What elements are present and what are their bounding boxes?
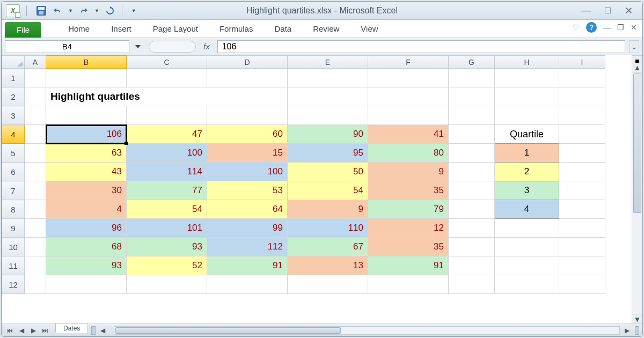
cell-F1[interactable] [368,69,449,87]
cell-A6[interactable] [25,163,46,181]
col-header-I[interactable]: I [559,56,605,69]
function-wizard-area[interactable] [149,41,196,53]
tab-insert[interactable]: Insert [100,21,142,38]
col-header-F[interactable]: F [368,56,449,69]
cell-H2[interactable] [495,87,559,106]
cell-A10[interactable] [25,238,46,256]
hscroll-right-button[interactable]: ▶ [622,326,632,335]
cell-I4[interactable] [559,125,605,144]
select-all-corner[interactable] [2,56,25,69]
split-handle-top[interactable]: ▄ [632,55,642,63]
cell-C10[interactable]: 93 [127,238,207,256]
file-tab[interactable]: File [5,22,41,38]
cell-E5[interactable]: 95 [288,144,368,163]
col-header-D[interactable]: D [207,56,288,69]
cell-C11[interactable]: 52 [127,256,207,275]
cell-B11[interactable]: 93 [46,256,127,275]
cell-C4[interactable]: 47 [127,125,207,144]
cell-E2[interactable] [288,87,368,106]
cell-A2[interactable] [25,87,46,106]
sheet-tab-active[interactable]: Dates [55,323,88,333]
redo-button[interactable] [78,5,89,16]
ribbon-collapse-icon[interactable]: ♡ [573,23,580,32]
doc-restore-button[interactable]: ❐ [617,23,624,32]
cell-I1[interactable] [559,69,605,87]
cell-C8[interactable]: 54 [127,200,207,219]
scroll-down-button[interactable]: ▼ [632,314,642,324]
cell-C9[interactable]: 101 [127,219,207,238]
cell-G10[interactable] [449,238,495,256]
cell-D7[interactable]: 53 [207,181,288,200]
cell-G4[interactable] [449,125,495,144]
doc-close-button[interactable]: ✕ [631,23,637,32]
cell-F4[interactable]: 41 [368,125,449,144]
cell-F8[interactable]: 79 [368,200,449,219]
cell-A11[interactable] [25,256,46,275]
cell-B12[interactable] [46,275,127,294]
cell-B9[interactable]: 96 [46,219,127,238]
cell-I5[interactable] [559,144,605,163]
cell-H11[interactable] [495,256,559,275]
hscroll-left-button[interactable]: ◀ [98,326,107,335]
cell-F9[interactable]: 12 [368,219,449,238]
cell-A8[interactable] [25,200,46,219]
cell-B5[interactable]: 63 [46,144,127,163]
tab-page-layout[interactable]: Page Layout [142,21,209,38]
cell-D10[interactable]: 112 [207,238,288,256]
cell-D5[interactable]: 15 [207,144,288,163]
row-header-4[interactable]: 4 [2,125,25,144]
row-header-12[interactable]: 12 [2,275,25,294]
cell-H8[interactable]: 4 [495,200,559,219]
cell-I8[interactable] [559,200,605,219]
cell-G12[interactable] [449,275,495,294]
cell-A12[interactable] [25,275,46,294]
cell-G8[interactable] [449,200,495,219]
cell-D4[interactable]: 60 [207,125,288,144]
cell-B8[interactable]: 4 [46,200,127,219]
doc-minimize-button[interactable]: — [603,23,611,32]
tab-data[interactable]: Data [264,21,302,38]
undo-button[interactable] [52,5,63,16]
name-box[interactable]: B4 [5,40,129,53]
cell-H9[interactable] [495,219,559,238]
cell-H3[interactable] [495,106,559,125]
col-header-G[interactable]: G [449,56,495,69]
fx-icon[interactable]: fx [203,42,210,51]
tab-home[interactable]: Home [57,21,100,38]
row-header-8[interactable]: 8 [2,200,25,219]
cell-B1[interactable] [46,69,127,87]
col-header-C[interactable]: C [127,56,207,69]
cell-A7[interactable] [25,181,46,200]
row-header-5[interactable]: 5 [2,144,25,163]
col-header-B[interactable]: B [46,56,127,69]
cell-H4[interactable]: Quartile [495,125,559,144]
formula-bar[interactable]: 106 [217,40,625,53]
col-header-E[interactable]: E [288,56,368,69]
hscroll-thumb[interactable] [115,327,341,334]
cell-G5[interactable] [449,144,495,163]
cell-G11[interactable] [449,256,495,275]
close-button[interactable]: ✕ [625,5,633,17]
cell-H7[interactable]: 3 [495,181,559,200]
cell-C1[interactable] [127,69,207,87]
cell-D3[interactable] [207,106,288,125]
cell-G2[interactable] [449,87,495,106]
cell-H5[interactable]: 1 [495,144,559,163]
row-header-9[interactable]: 9 [2,219,25,238]
grid-body[interactable]: ABCDEFGHI12Highlight quartiles3410647609… [2,55,632,324]
cell-F12[interactable] [368,275,449,294]
cell-G1[interactable] [449,69,495,87]
cell-G9[interactable] [449,219,495,238]
row-header-2[interactable]: 2 [2,87,25,106]
cell-E1[interactable] [288,69,368,87]
undo-dropdown-icon[interactable]: ▼ [68,8,73,13]
cell-C6[interactable]: 114 [127,163,207,181]
cell-H6[interactable]: 2 [495,163,559,181]
cell-I7[interactable] [559,181,605,200]
vscroll-thumb[interactable] [633,74,641,213]
cell-A1[interactable] [25,69,46,87]
tab-formulas[interactable]: Formulas [209,21,264,38]
cell-E10[interactable]: 67 [288,238,368,256]
qat-customize-icon[interactable]: ▼ [131,8,136,13]
cell-B7[interactable]: 30 [46,181,127,200]
